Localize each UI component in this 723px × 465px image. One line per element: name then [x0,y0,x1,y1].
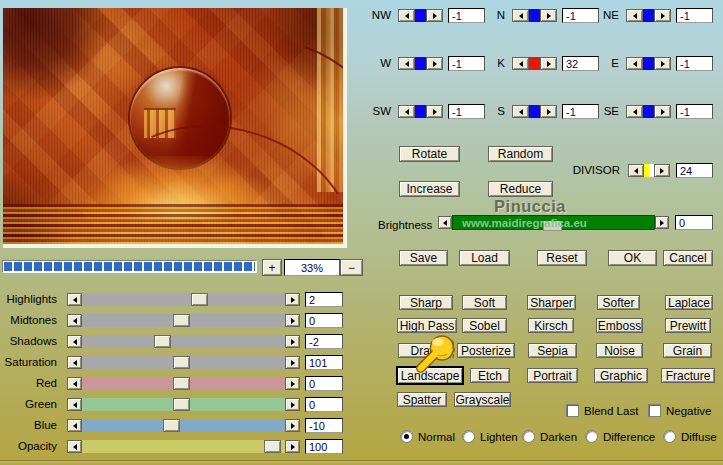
divisor-spinner[interactable] [628,164,670,177]
sw-left-arrow[interactable] [398,105,415,118]
k-left-arrow[interactable] [512,57,529,70]
filter-kirsch-button[interactable]: Kirsch [528,318,574,333]
highlights-slider[interactable] [82,293,285,306]
blue-right-arrow[interactable] [285,419,300,432]
shadows-left-arrow[interactable] [67,335,82,348]
se-value[interactable]: -1 [676,104,713,119]
shadows-thumb[interactable] [154,335,171,348]
shadows-right-arrow[interactable] [285,335,300,348]
red-slider[interactable] [82,377,285,390]
darken-radio[interactable] [522,430,535,443]
w-left-arrow[interactable] [398,57,415,70]
blend-last-checkbox[interactable] [566,404,579,417]
highlights-thumb[interactable] [191,293,208,306]
saturation-slider[interactable] [82,356,285,369]
nw-left-arrow[interactable] [398,9,415,22]
filter-high-pass-button[interactable]: High Pass [397,318,457,333]
zoom-out-button[interactable]: − [340,259,363,276]
normal-radio[interactable] [400,430,413,443]
sw-spinner[interactable] [398,105,443,118]
opacity-slider[interactable] [82,440,285,453]
w-right-arrow[interactable] [426,57,443,70]
save-button[interactable]: Save [399,250,448,266]
n-spinner[interactable] [512,9,557,22]
highlights-value[interactable]: 2 [305,292,343,307]
increase-button[interactable]: Increase [399,181,460,197]
filter-portrait-button[interactable]: Portrait [527,368,578,383]
se-spinner[interactable] [626,105,671,118]
filter-sharp-button[interactable]: Sharp [399,295,453,310]
sw-right-arrow[interactable] [426,105,443,118]
green-slider[interactable] [82,398,285,411]
midtones-slider[interactable] [82,314,285,327]
filter-emboss-button[interactable]: Emboss [596,318,643,333]
red-right-arrow[interactable] [285,377,300,390]
filter-spatter-button[interactable]: Spatter [397,392,447,407]
rotate-button[interactable]: Rotate [399,146,460,162]
midtones-right-arrow[interactable] [285,314,300,327]
ne-spinner[interactable] [626,9,671,22]
filter-etch-button[interactable]: Etch [470,368,510,383]
ok-button[interactable]: OK [608,250,657,266]
filter-graphic-button[interactable]: Graphic [594,368,648,383]
w-spinner[interactable] [398,57,443,70]
midtones-left-arrow[interactable] [67,314,82,327]
reduce-button[interactable]: Reduce [488,181,553,197]
random-button[interactable]: Random [488,146,553,162]
divisor-right-arrow[interactable] [654,164,670,177]
reset-button[interactable]: Reset [537,250,587,266]
saturation-left-arrow[interactable] [67,356,82,369]
filter-soft-button[interactable]: Soft [462,295,507,310]
green-right-arrow[interactable] [285,398,300,411]
blue-slider[interactable] [82,419,285,432]
brightness-right-arrow[interactable] [655,216,669,229]
blue-left-arrow[interactable] [67,419,82,432]
s-spinner[interactable] [512,105,557,118]
cancel-button[interactable]: Cancel [663,250,713,266]
filter-sepia-button[interactable]: Sepia [528,343,577,358]
filter-grain-button[interactable]: Grain [663,343,712,358]
ne-right-arrow[interactable] [654,9,671,22]
zoom-in-button[interactable]: + [262,259,282,276]
filter-softer-button[interactable]: Softer [597,295,640,310]
filter-prewitt-button[interactable]: Prewitt [665,318,711,333]
saturation-thumb[interactable] [173,356,190,369]
lighten-radio[interactable] [462,430,475,443]
filter-posterize-button[interactable]: Posterize [457,343,515,358]
n-right-arrow[interactable] [540,9,557,22]
filter-grayscale-button[interactable]: Grayscale [454,392,511,407]
e-value[interactable]: -1 [676,56,713,71]
saturation-right-arrow[interactable] [285,356,300,369]
filter-noise-button[interactable]: Noise [596,343,643,358]
midtones-thumb[interactable] [173,314,190,327]
k-spinner[interactable] [512,57,557,70]
saturation-value[interactable]: 101 [305,355,343,370]
s-right-arrow[interactable] [540,105,557,118]
highlights-left-arrow[interactable] [67,293,82,306]
negative-checkbox[interactable] [648,404,661,417]
e-right-arrow[interactable] [654,57,671,70]
green-value[interactable]: 0 [305,397,343,412]
green-left-arrow[interactable] [67,398,82,411]
e-spinner[interactable] [626,57,671,70]
nw-spinner[interactable] [398,9,443,22]
divisor-value[interactable]: 24 [676,163,713,178]
blue-thumb[interactable] [163,419,180,432]
difference-radio[interactable] [585,430,598,443]
midtones-value[interactable]: 0 [305,313,343,328]
red-left-arrow[interactable] [67,377,82,390]
load-button[interactable]: Load [459,250,510,266]
diffuse-radio[interactable] [663,430,676,443]
filter-fracture-button[interactable]: Fracture [661,368,715,383]
blue-value[interactable]: -10 [305,418,343,433]
nw-right-arrow[interactable] [426,9,443,22]
brightness-slider[interactable]: www.maidiregrafica.eu [452,215,655,230]
filter-laplace-button[interactable]: Laplace [665,295,713,310]
e-left-arrow[interactable] [626,57,643,70]
red-thumb[interactable] [173,377,190,390]
opacity-left-arrow[interactable] [67,440,82,453]
brightness-left-arrow[interactable] [438,216,452,229]
ne-left-arrow[interactable] [626,9,643,22]
filter-sobel-button[interactable]: Sobel [462,318,507,333]
n-left-arrow[interactable] [512,9,529,22]
